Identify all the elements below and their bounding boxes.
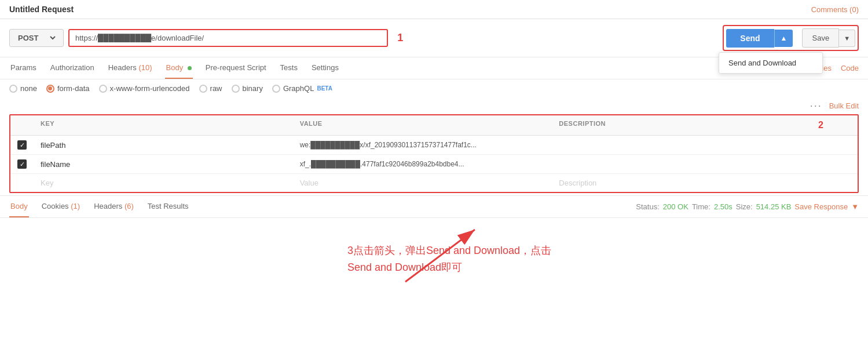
row1-value[interactable]: we:██████████x/xf_201909301137157371477f… <box>293 136 552 154</box>
annotation-text: 3点击箭头，弹出Send and Download，点击 Send and Do… <box>347 242 551 276</box>
url-bar-section: POST GET PUT DELETE PATCH 1 Send ▲ Save … <box>0 19 868 57</box>
label-1: 1 <box>397 32 403 44</box>
table-header: KEY VALUE DESCRIPTION 2 <box>10 115 858 136</box>
table-row: fileName xf_.██████████.477faf1c92046b89… <box>10 155 858 174</box>
radio-graphql-circle <box>272 85 280 93</box>
radio-none[interactable]: none <box>9 84 37 93</box>
empty-checkbox-cell <box>10 174 34 192</box>
col-actions: 2 <box>811 115 858 135</box>
row2-description[interactable] <box>552 159 811 169</box>
bulk-edit-button[interactable]: Bulk Edit <box>829 101 859 110</box>
status-label: Status: <box>636 202 659 211</box>
code-link[interactable]: Code <box>841 64 859 72</box>
method-dropdown[interactable]: POST GET PUT DELETE PATCH <box>16 33 57 43</box>
empty-actions-cell <box>811 174 858 192</box>
body-dot <box>188 66 192 70</box>
radio-binary-circle <box>232 85 240 93</box>
radio-binary[interactable]: binary <box>232 84 263 93</box>
method-selector[interactable]: POST GET PUT DELETE PATCH <box>9 29 64 47</box>
resp-tab-headers[interactable]: Headers (6) <box>93 196 135 217</box>
resp-tab-cookies[interactable]: Cookies (1) <box>41 196 81 217</box>
more-options-dots[interactable]: ··· <box>810 100 822 112</box>
tab-tests[interactable]: Tests <box>279 57 299 79</box>
col-checkbox <box>10 115 34 135</box>
row1-key[interactable]: filePath <box>34 136 293 154</box>
save-area: Save ▼ <box>797 28 855 48</box>
send-download-dropdown: Send and Download <box>719 52 823 74</box>
save-dropdown-button[interactable]: ▼ <box>839 30 855 47</box>
response-tabs-bar: Body Cookies (1) Headers (6) Test Result… <box>0 195 868 218</box>
empty-value-cell[interactable]: Value <box>293 174 552 192</box>
row2-key[interactable]: fileName <box>34 155 293 173</box>
row2-checkbox-cell <box>10 155 34 173</box>
radio-form-data[interactable]: form-data <box>46 84 90 93</box>
body-type-bar: none form-data x-www-form-urlencoded raw… <box>0 79 868 97</box>
radio-none-circle <box>9 85 17 93</box>
tab-headers[interactable]: Headers (10) <box>107 57 153 79</box>
save-button[interactable]: Save <box>802 28 839 48</box>
radio-raw[interactable]: raw <box>199 84 222 93</box>
comments-link[interactable]: Comments (0) <box>811 5 859 14</box>
row1-actions <box>811 140 858 150</box>
table-empty-row: Key Value Description <box>10 174 858 192</box>
size-value: 514.25 KB <box>756 202 792 211</box>
send-save-box: Send ▲ Save ▼ Send and Download <box>723 25 859 51</box>
save-response-button[interactable]: Save Response <box>794 202 848 211</box>
url-input-wrapper <box>68 29 388 47</box>
table-actions-bar: ··· Bulk Edit <box>0 97 868 114</box>
tab-body[interactable]: Body <box>165 57 193 79</box>
save-response-dropdown[interactable]: ▼ <box>851 202 859 211</box>
tab-settings[interactable]: Settings <box>310 57 340 79</box>
size-label: Size: <box>736 202 753 211</box>
label-2: 2 <box>818 120 823 130</box>
send-button[interactable]: Send <box>726 29 774 48</box>
params-table: KEY VALUE DESCRIPTION 2 filePath we:████… <box>9 114 859 193</box>
status-value: 200 OK <box>663 202 688 211</box>
beta-badge: BETA <box>317 85 332 92</box>
radio-urlencoded[interactable]: x-www-form-urlencoded <box>99 84 190 93</box>
time-label: Time: <box>692 202 710 211</box>
col-key: KEY <box>34 115 293 135</box>
annotation-area: 3点击箭头，弹出Send and Download，点击 Send and Do… <box>0 218 868 288</box>
row2-checkbox[interactable] <box>17 159 27 169</box>
send-area: Send ▲ <box>726 29 793 48</box>
page-title: Untitled Request <box>9 5 74 14</box>
time-value: 2.50s <box>714 202 733 211</box>
empty-key-cell[interactable]: Key <box>34 174 293 192</box>
radio-graphql[interactable]: GraphQL BETA <box>272 84 332 93</box>
row1-description[interactable] <box>552 140 811 150</box>
col-value: VALUE <box>293 115 552 135</box>
response-status-bar: Status: 200 OK Time: 2.50s Size: 514.25 … <box>636 202 859 211</box>
row2-value[interactable]: xf_.██████████.477faf1c92046b899a2b4bdbe… <box>293 155 552 173</box>
row1-checkbox-cell <box>10 136 34 154</box>
tab-authorization[interactable]: Authorization <box>49 57 96 79</box>
empty-desc-cell[interactable]: Description <box>552 174 811 192</box>
tab-params[interactable]: Params <box>9 57 38 79</box>
radio-form-data-circle <box>46 85 54 93</box>
title-bar: Untitled Request Comments (0) <box>0 0 868 19</box>
table-row: filePath we:██████████x/xf_2019093011371… <box>10 136 858 155</box>
resp-tab-test-results[interactable]: Test Results <box>147 196 190 217</box>
tab-pre-request[interactable]: Pre-request Script <box>204 57 268 79</box>
url-input[interactable] <box>75 34 381 42</box>
send-dropdown-button[interactable]: ▲ <box>774 30 793 47</box>
send-and-download-item[interactable]: Send and Download <box>719 53 822 73</box>
resp-tab-body[interactable]: Body <box>9 196 29 217</box>
row2-actions <box>811 159 858 169</box>
col-description: DESCRIPTION <box>552 115 811 135</box>
radio-urlencoded-circle <box>99 85 107 93</box>
row1-checkbox[interactable] <box>17 140 27 150</box>
radio-raw-circle <box>199 85 207 93</box>
